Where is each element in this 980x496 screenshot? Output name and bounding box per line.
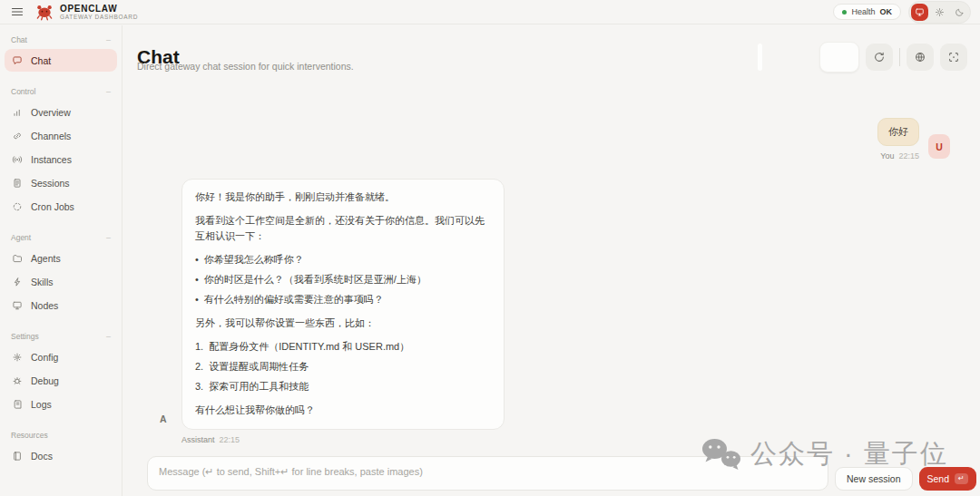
section-header: Control– xyxy=(0,83,122,101)
theme-option-dark[interactable] xyxy=(951,4,968,21)
user-message-column: 你好 You 22:15 xyxy=(877,118,919,160)
sidebar-item-sessions[interactable]: Sessions xyxy=(5,171,117,194)
list-item: •你希望我怎么称呼你？ xyxy=(195,252,491,267)
sidebar-item-cron-jobs[interactable]: Cron Jobs xyxy=(5,195,117,218)
sidebar-item-channels[interactable]: Channels xyxy=(5,124,117,147)
list-item-text: 有什么特别的偏好或需要注意的事项吗？ xyxy=(204,292,384,307)
sidebar-item-label: Sessions xyxy=(31,178,70,189)
sidebar-item-agents[interactable]: Agents xyxy=(5,247,117,269)
number-marker: 1. xyxy=(195,339,203,355)
sidebar-section-settings: Settings–ConfigDebugLogs xyxy=(0,327,122,415)
focus-icon xyxy=(947,51,960,63)
sidebar-item-config[interactable]: Config xyxy=(5,345,117,368)
theme-option-system[interactable] xyxy=(911,4,928,21)
assistant-numbered-list: 1.配置身份文件（IDENTITY.md 和 USER.md）2.设置提醒或周期… xyxy=(195,339,491,394)
list-item: 1.配置身份文件（IDENTITY.md 和 USER.md） xyxy=(195,339,491,355)
section-collapse-icon[interactable]: – xyxy=(106,233,111,242)
sidebar-item-label: Chat xyxy=(31,55,51,66)
new-session-button[interactable]: New session xyxy=(835,467,913,491)
brand-name: OPENCLAW xyxy=(60,4,138,15)
list-item: 2.设置提醒或周期性任务 xyxy=(195,359,491,374)
sidebar-item-label: Docs xyxy=(31,451,53,462)
section-collapse-icon[interactable]: – xyxy=(106,87,111,96)
bullet-marker: • xyxy=(195,272,199,287)
assistant-time: 22:15 xyxy=(220,435,240,444)
assistant-paragraph: 另外，我可以帮你设置一些东西，比如： xyxy=(195,316,491,331)
segment-active[interactable] xyxy=(819,42,859,73)
section-label: Chat xyxy=(11,35,27,44)
link-icon xyxy=(12,131,23,141)
sidebar-item-label: Channels xyxy=(31,131,71,141)
refresh-button[interactable] xyxy=(866,44,893,71)
user-avatar: U xyxy=(928,134,950,159)
sidebar-item-chat[interactable]: Chat xyxy=(5,49,117,72)
health-badge[interactable]: Health OK xyxy=(833,4,901,20)
section-collapse-icon[interactable]: – xyxy=(106,35,111,44)
broadcast-icon xyxy=(12,154,23,165)
chat-bubble-icon xyxy=(12,55,23,66)
focus-button[interactable] xyxy=(940,44,967,71)
openclaw-logo-icon xyxy=(35,3,54,21)
sidebar-section-agent: Agent–AgentsSkillsNodes xyxy=(0,229,122,316)
health-dot-icon xyxy=(842,10,847,15)
brand: OPENCLAW GATEWAY DASHBOARD xyxy=(35,3,138,21)
bullet-marker: • xyxy=(195,292,199,307)
globe-icon xyxy=(914,51,926,63)
sidebar-item-label: Logs xyxy=(31,399,52,410)
sidebar-item-label: Nodes xyxy=(31,300,58,311)
folder-icon xyxy=(12,253,23,264)
sidebar-section-chat: Chat–Chat xyxy=(0,31,122,72)
return-key-icon: ↵ xyxy=(955,473,968,484)
sidebar-section-control: Control–OverviewChannelsInstancesSession… xyxy=(0,83,122,218)
refresh-icon xyxy=(873,51,886,63)
sun-icon xyxy=(935,7,945,17)
assistant-author: Assistant xyxy=(181,435,215,444)
section-label: Resources xyxy=(11,431,48,440)
section-header: Agent– xyxy=(0,229,122,247)
brand-text: OPENCLAW GATEWAY DASHBOARD xyxy=(60,4,138,21)
list-item-text: 你的时区是什么？（我看到系统时区是亚洲/上海） xyxy=(204,272,426,287)
sidebar-item-skills[interactable]: Skills xyxy=(5,270,117,293)
sidebar-item-logs[interactable]: Logs xyxy=(5,393,117,415)
health-status: OK xyxy=(880,7,893,16)
sidebar-item-label: Config xyxy=(31,352,58,363)
chat-toolbar xyxy=(758,42,967,73)
sidebar-item-docs[interactable]: Docs xyxy=(5,444,117,467)
theme-option-light[interactable] xyxy=(931,4,948,21)
segment-strip[interactable] xyxy=(758,44,762,71)
user-author: You xyxy=(880,151,894,160)
globe-button[interactable] xyxy=(906,44,934,71)
assistant-bullet-list: •你希望我怎么称呼你？•你的时区是什么？（我看到系统时区是亚洲/上海）•有什么特… xyxy=(195,252,491,307)
document-icon xyxy=(12,178,23,189)
scroll-icon xyxy=(12,399,23,410)
message-input[interactable] xyxy=(147,456,828,491)
sidebar-item-label: Cron Jobs xyxy=(31,201,74,212)
sidebar-item-label: Instances xyxy=(31,154,72,165)
sidebar-item-overview[interactable]: Overview xyxy=(5,101,117,123)
send-button[interactable]: Send ↵ xyxy=(919,467,976,491)
menu-icon[interactable] xyxy=(9,5,25,19)
sidebar-item-label: Agents xyxy=(31,253,61,264)
top-bar-right: Health OK xyxy=(833,1,971,24)
list-item: •你的时区是什么？（我看到系统时区是亚洲/上海） xyxy=(195,272,491,287)
sidebar-item-instances[interactable]: Instances xyxy=(5,148,117,170)
list-item-text: 配置身份文件（IDENTITY.md 和 USER.md） xyxy=(209,339,409,355)
assistant-message-meta: Assistant 22:15 xyxy=(181,435,505,444)
sidebar-item-debug[interactable]: Debug xyxy=(5,369,117,392)
assistant-message-bubble: 你好！我是你的助手，刚刚启动并准备就绪。我看到这个工作空间是全新的，还没有关于你… xyxy=(181,179,505,430)
section-collapse-icon[interactable]: – xyxy=(106,332,111,341)
top-bar: OPENCLAW GATEWAY DASHBOARD Health OK xyxy=(0,0,980,24)
sidebar-item-label: Debug xyxy=(31,375,59,386)
bug-icon xyxy=(12,375,23,386)
sidebar-item-nodes[interactable]: Nodes xyxy=(5,294,117,316)
number-marker: 2. xyxy=(195,359,203,374)
monitor-icon xyxy=(915,7,925,17)
main-content: Chat Direct gateway chat session for qui… xyxy=(123,25,980,496)
spinner-icon xyxy=(12,201,23,212)
lightning-icon xyxy=(12,277,23,287)
gear-icon xyxy=(12,352,23,363)
toolbar-buttons xyxy=(866,44,967,71)
list-item-text: 探索可用的工具和技能 xyxy=(209,379,309,394)
assistant-paragraph: 你好！我是你的助手，刚刚启动并准备就绪。 xyxy=(195,190,491,205)
bar-chart-icon xyxy=(12,107,23,118)
